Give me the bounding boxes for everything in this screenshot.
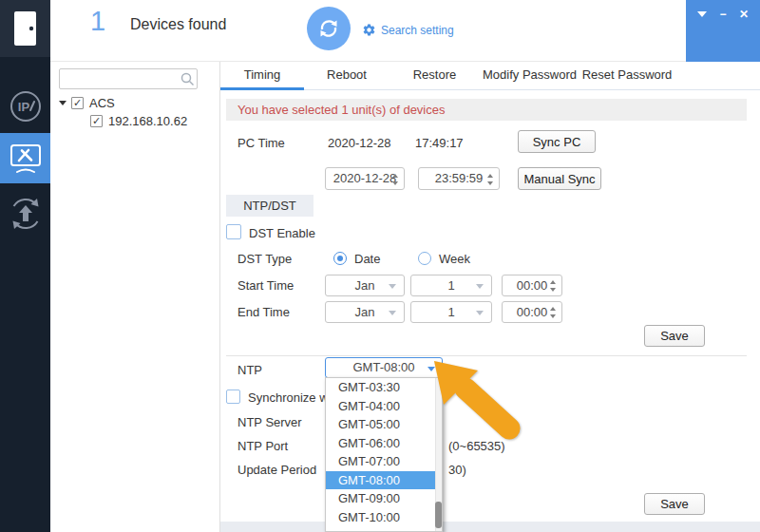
- update-period-hint: 30): [448, 463, 466, 477]
- ntp-dst-subtab[interactable]: NTP/DST: [226, 195, 314, 217]
- manual-clock-spinner[interactable]: 23:59:59: [418, 167, 500, 190]
- tab-timing[interactable]: Timing: [220, 62, 304, 90]
- dst-type-date-radio[interactable]: [333, 252, 347, 265]
- ntp-server-label: NTP Server: [238, 415, 302, 429]
- dst-type-week-label[interactable]: Week: [439, 252, 470, 266]
- device-count: 1: [90, 6, 105, 37]
- search-setting-button[interactable]: Search setting: [362, 23, 454, 37]
- manual-sync-button[interactable]: Manual Sync: [518, 167, 601, 190]
- refresh-button[interactable]: [307, 7, 351, 50]
- sidebar-item-ip-config[interactable]: IP: [0, 84, 50, 129]
- dst-enable-label: DST Enable: [249, 226, 315, 240]
- device-tree-panel: ✓ ACS ✓ 192.168.10.62: [50, 62, 220, 532]
- section-divider: [226, 355, 747, 356]
- gear-icon: [362, 23, 376, 37]
- ntp-port-hint: (0~65535): [448, 439, 505, 453]
- window-titlebar: − ✕: [686, 0, 760, 62]
- pc-clock-value: 17:49:17: [415, 136, 464, 150]
- header: 1 Devices found Search setting − ✕: [50, 0, 760, 62]
- tab-modify-password[interactable]: Modify Password: [480, 62, 580, 90]
- tab-reboot[interactable]: Reboot: [304, 62, 390, 90]
- end-day-select[interactable]: 1: [410, 301, 492, 323]
- search-setting-label: Search setting: [381, 24, 454, 37]
- dropdown-scrollbar-thumb[interactable]: [435, 502, 442, 528]
- ntp-label: NTP: [238, 363, 262, 377]
- main-content: Timing Reboot Restore Modify Password Re…: [220, 62, 760, 532]
- tree-device-label[interactable]: 192.168.10.62: [108, 114, 187, 128]
- timezone-option[interactable]: GMT-05:00: [326, 415, 442, 434]
- tree-group-label[interactable]: ACS: [89, 96, 115, 110]
- dst-type-week-radio[interactable]: [418, 252, 431, 265]
- dropdown-scrollbar: [435, 378, 442, 531]
- timezone-dropdown-list: GMT-03:30 GMT-04:00 GMT-05:00 GMT-06:00 …: [325, 377, 443, 532]
- annotation-arrow-icon: [431, 358, 534, 449]
- start-clock-spinner[interactable]: 00:00: [502, 275, 562, 296]
- timezone-option[interactable]: GMT-10:00: [326, 508, 442, 527]
- end-time-label: End Time: [238, 305, 290, 319]
- device-checkbox[interactable]: ✓: [90, 115, 103, 127]
- tree-expander-icon[interactable]: [59, 101, 66, 105]
- selection-message: You have selected 1 unit(s) of devices: [226, 99, 747, 121]
- close-icon[interactable]: ✕: [739, 9, 749, 20]
- dst-type-date-label[interactable]: Date: [354, 252, 380, 266]
- sync-pc-button[interactable]: Sync PC: [518, 130, 596, 153]
- tab-reset-password[interactable]: Reset Password: [580, 62, 674, 90]
- sidebar-item-device-tools-active[interactable]: [0, 133, 50, 183]
- tab-bar: Timing Reboot Restore Modify Password Re…: [220, 62, 760, 90]
- timezone-option[interactable]: GMT-07:00: [326, 452, 442, 471]
- search-icon[interactable]: [180, 71, 195, 86]
- config-tool-window: IP 1 Devices found: [0, 0, 760, 532]
- search-input[interactable]: [59, 68, 198, 89]
- dst-save-button[interactable]: Save: [644, 325, 705, 347]
- start-day-select[interactable]: 1: [410, 275, 492, 296]
- pc-time-label: PC Time: [238, 136, 285, 150]
- dst-type-label: DST Type: [238, 252, 292, 266]
- group-checkbox[interactable]: ✓: [71, 97, 84, 109]
- timezone-option-selected[interactable]: GMT-08:00: [326, 471, 442, 490]
- devices-found-label: Devices found: [130, 16, 226, 33]
- end-clock-spinner[interactable]: 00:00: [502, 301, 562, 323]
- refresh-icon: [316, 16, 341, 41]
- ntp-port-label: NTP Port: [238, 439, 288, 453]
- nav-sidebar: IP: [0, 0, 50, 532]
- timezone-option[interactable]: GMT-09:00: [326, 489, 442, 508]
- pc-date-value: 2020-12-28: [328, 136, 391, 150]
- timezone-option[interactable]: GMT-03:30: [326, 378, 442, 397]
- ntp-save-button[interactable]: Save: [644, 493, 705, 515]
- ntp-timezone-combobox[interactable]: GMT-08:00: [325, 357, 443, 378]
- timezone-option[interactable]: GMT-06:00: [326, 434, 442, 453]
- timezone-option[interactable]: GMT-04:00: [326, 397, 442, 416]
- svg-text:IP: IP: [17, 100, 29, 114]
- app-logo: [0, 0, 50, 57]
- dst-enable-checkbox[interactable]: [226, 224, 241, 239]
- manual-date-spinner[interactable]: 2020-12-28: [325, 167, 405, 190]
- bottom-strip: [220, 522, 760, 532]
- sidebar-item-upgrade[interactable]: [0, 190, 50, 238]
- start-time-label: Start Time: [238, 278, 294, 293]
- minimize-to-tray-icon[interactable]: [697, 11, 707, 17]
- upgrade-icon: [5, 193, 47, 235]
- timezone-option[interactable]: GMT-11:00: [326, 526, 442, 532]
- ip-config-icon: IP: [6, 86, 46, 126]
- start-month-select[interactable]: Jan: [325, 275, 405, 296]
- tab-restore[interactable]: Restore: [390, 62, 480, 90]
- update-period-label: Update Period: [238, 463, 316, 477]
- minimize-icon[interactable]: −: [719, 9, 726, 20]
- synchronize-ntp-checkbox[interactable]: [226, 390, 240, 404]
- door-logo-icon: [11, 10, 40, 48]
- end-month-select[interactable]: Jan: [325, 301, 405, 323]
- device-tools-icon: [9, 143, 43, 174]
